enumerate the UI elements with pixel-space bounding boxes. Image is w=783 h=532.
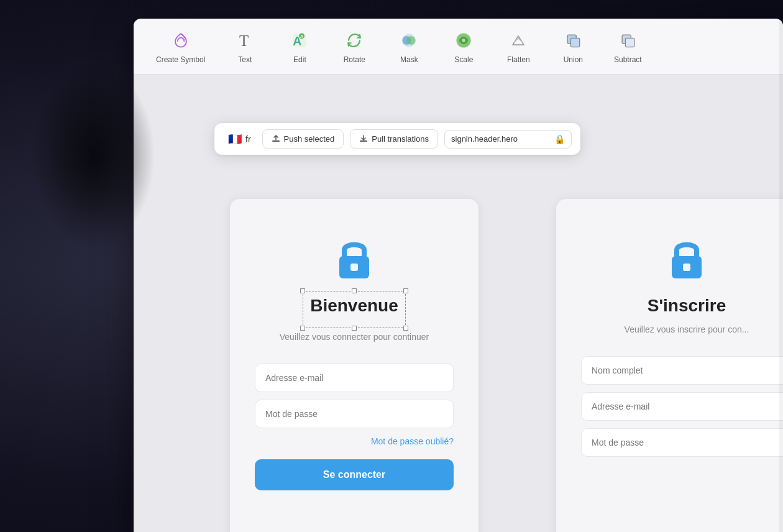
svg-rect-18	[272, 140, 280, 142]
key-input[interactable]	[451, 134, 551, 144]
edit-label: Edit	[293, 55, 306, 64]
handle-tr	[403, 288, 408, 293]
push-icon	[272, 135, 280, 144]
fullname-field-right[interactable]	[581, 356, 783, 385]
toolbar-item-scale[interactable]: Scale	[439, 23, 488, 70]
svg-rect-17	[683, 264, 690, 271]
submit-button-left[interactable]: Se connecter	[255, 459, 454, 490]
create-symbol-icon	[170, 29, 192, 52]
password-field-left[interactable]	[255, 400, 454, 428]
card-left: Bienvenue Veuillez vous connecter pour c…	[230, 199, 478, 532]
scale-label: Scale	[454, 55, 473, 64]
card-right-content: S'inscrire Veuillez vous inscrire pour c…	[556, 199, 783, 532]
password-field-right[interactable]	[581, 428, 783, 457]
svg-rect-13	[626, 38, 634, 47]
card-left-subtitle: Veuillez vous connecter pour continuer	[280, 331, 429, 344]
card-left-content: Bienvenue Veuillez vous connecter pour c…	[230, 199, 478, 532]
flatten-label: Flatten	[507, 55, 530, 64]
rotate-icon	[343, 29, 365, 52]
email-field-left[interactable]	[255, 364, 454, 392]
handle-bl	[300, 326, 305, 331]
handle-br	[403, 326, 408, 331]
push-selected-label: Push selected	[284, 134, 335, 144]
text-label: Text	[238, 55, 252, 64]
pull-translations-button[interactable]: Pull translations	[350, 129, 438, 149]
toolbar-item-union[interactable]: Union	[548, 23, 598, 70]
lock-icon-left	[334, 236, 374, 281]
card-right-subtitle: Veuillez vous inscrire pour con...	[625, 323, 749, 336]
app-window: Create Symbol T Text A A Edit	[134, 19, 783, 532]
svg-text:T: T	[239, 32, 249, 48]
rotate-label: Rotate	[344, 55, 365, 64]
pull-icon	[359, 135, 368, 144]
pull-translations-label: Pull translations	[372, 134, 429, 144]
scale-icon	[452, 29, 475, 52]
toolbar: Create Symbol T Text A A Edit	[134, 19, 783, 75]
handle-tm	[352, 288, 357, 293]
card-left-title: Bienvenue	[308, 296, 401, 316]
svg-rect-11	[571, 38, 580, 47]
title-selection-wrapper: Bienvenue	[308, 296, 401, 323]
toolbar-item-subtract[interactable]: Subtract	[603, 23, 652, 70]
lock-icon-right	[667, 236, 707, 281]
union-label: Union	[564, 55, 583, 64]
translation-bar: 🇫🇷 fr Push selected Pull translations 🔒	[214, 123, 580, 155]
flag-emoji: 🇫🇷	[228, 132, 242, 146]
card-right-title: S'inscrire	[648, 296, 726, 316]
text-icon: T	[234, 29, 256, 52]
toolbar-item-create-symbol[interactable]: Create Symbol	[146, 23, 215, 70]
svg-point-7	[407, 35, 416, 44]
union-icon	[562, 29, 584, 52]
key-lock-icon: 🔒	[554, 134, 565, 144]
mask-label: Mask	[400, 55, 418, 64]
lang-code: fr	[245, 134, 251, 144]
toolbar-item-flatten[interactable]: Flatten	[493, 23, 543, 70]
create-symbol-label: Create Symbol	[156, 55, 205, 64]
mask-icon	[398, 29, 420, 52]
handle-tl	[300, 288, 305, 293]
toolbar-item-edit[interactable]: A A Edit	[275, 23, 324, 70]
subtract-icon	[616, 29, 639, 52]
edit-icon: A A	[288, 29, 311, 52]
push-selected-button[interactable]: Push selected	[262, 129, 344, 149]
svg-rect-15	[350, 264, 358, 271]
subtract-label: Subtract	[614, 55, 642, 64]
toolbar-item-text[interactable]: T Text	[220, 23, 270, 70]
card-right: S'inscrire Veuillez vous inscrire pour c…	[556, 199, 783, 532]
key-input-wrapper: 🔒	[444, 130, 572, 149]
forgot-password-link[interactable]: Mot de passe oublié?	[371, 436, 454, 446]
svg-text:A: A	[300, 34, 303, 39]
svg-point-9	[462, 39, 465, 42]
flatten-icon	[507, 29, 529, 52]
language-selector[interactable]: 🇫🇷 fr	[223, 130, 256, 149]
handle-bm	[352, 326, 357, 331]
toolbar-item-rotate[interactable]: Rotate	[329, 23, 379, 70]
svg-rect-19	[360, 140, 367, 142]
toolbar-item-mask[interactable]: Mask	[384, 23, 434, 70]
email-field-right[interactable]	[581, 392, 783, 421]
